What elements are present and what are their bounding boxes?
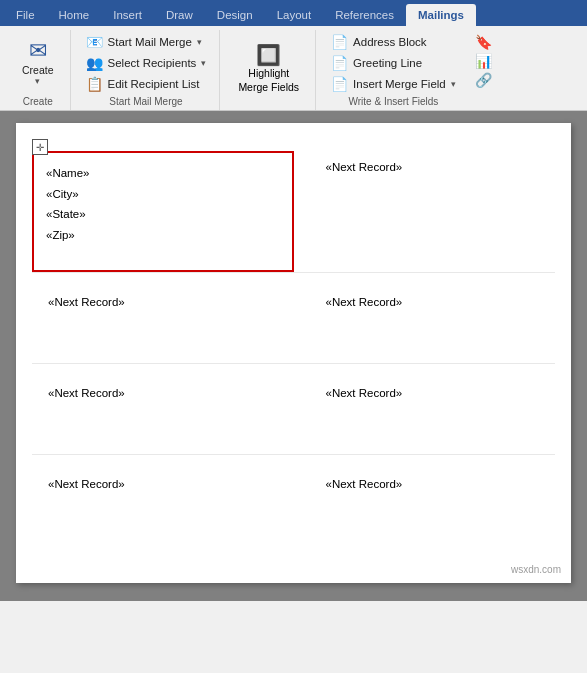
next-record-r2c1: «Next Record» (48, 296, 125, 308)
edit-list-icon: 📋 (86, 76, 103, 92)
address-block-button[interactable]: 📄 Address Block (326, 32, 461, 52)
address-block-icon: 📄 (331, 34, 348, 50)
next-record-r3c2: «Next Record» (326, 387, 403, 399)
cell-r2c2: «Next Record» (294, 273, 556, 363)
extra-icon-2[interactable]: 📊 (475, 53, 492, 69)
tab-layout[interactable]: Layout (265, 4, 324, 26)
highlight-icon: 🔲 (256, 43, 281, 67)
cell-r2c1: «Next Record» (32, 273, 294, 363)
tab-references[interactable]: References (323, 4, 406, 26)
greeting-line-icon: 📄 (331, 55, 348, 71)
select-recipients-label: Select Recipients (108, 57, 197, 69)
start-mail-merge-buttons: 📧 Start Mail Merge ▾ 👥 Select Recipients… (81, 32, 212, 94)
city-field: «City» (46, 184, 280, 205)
group-start-mail-merge: 📧 Start Mail Merge ▾ 👥 Select Recipients… (73, 30, 221, 110)
insert-merge-field-icon: 📄 (331, 76, 348, 92)
zip-field: «Zip» (46, 225, 280, 246)
row-1: «Name» «City» «State» «Zip» «Next Record… (32, 151, 555, 273)
create-group-label: Create (23, 96, 53, 110)
select-recipients-button[interactable]: 👥 Select Recipients ▾ (81, 53, 212, 73)
cell-r4c2: «Next Record» (294, 455, 556, 545)
edit-recipient-list-label: Edit Recipient List (108, 78, 200, 90)
extra-icon-3[interactable]: 🔗 (475, 72, 492, 88)
select-recipients-arrow: ▾ (201, 58, 206, 68)
mail-merge-icon: 📧 (86, 34, 103, 50)
edit-recipient-list-button[interactable]: 📋 Edit Recipient List (81, 74, 212, 94)
row-2: «Next Record» «Next Record» (32, 273, 555, 364)
greeting-line-button[interactable]: 📄 Greeting Line (326, 53, 461, 73)
start-mail-merge-arrow: ▾ (197, 37, 202, 47)
insert-merge-field-label: Insert Merge Field (353, 78, 446, 90)
first-cell: «Name» «City» «State» «Zip» (32, 151, 294, 272)
document-page: ✛ «Name» «City» «State» «Zip» «Next Reco… (16, 123, 571, 583)
write-insert-group-label: Write & Insert Fields (349, 96, 439, 110)
tab-home[interactable]: Home (47, 4, 102, 26)
group-extra: 🔖 📊 🔗 (471, 30, 496, 110)
next-record-r2c2: «Next Record» (326, 296, 403, 308)
highlight-label: HighlightMerge Fields (238, 67, 299, 94)
start-mail-merge-group-label: Start Mail Merge (109, 96, 182, 110)
next-record-r1c2: «Next Record» (326, 161, 403, 173)
cell-r1c2: «Next Record» (294, 151, 556, 272)
next-record-r3c1: «Next Record» (48, 387, 125, 399)
tab-insert[interactable]: Insert (101, 4, 154, 26)
next-record-r4c2: «Next Record» (326, 478, 403, 490)
group-highlight: 🔲 HighlightMerge Fields (222, 30, 316, 110)
highlight-merge-fields-button[interactable]: 🔲 HighlightMerge Fields (230, 39, 307, 98)
tab-bar: File Home Insert Draw Design Layout Refe… (0, 0, 587, 26)
create-icon: ✉ (29, 40, 47, 62)
cell-r4c1: «Next Record» (32, 455, 294, 545)
start-mail-merge-button[interactable]: 📧 Start Mail Merge ▾ (81, 32, 212, 52)
tab-mailings[interactable]: Mailings (406, 4, 476, 26)
tab-design[interactable]: Design (205, 4, 265, 26)
address-block-label: Address Block (353, 36, 427, 48)
create-label: Create (22, 64, 54, 76)
move-handle[interactable]: ✛ (32, 139, 48, 155)
name-field: «Name» (46, 163, 280, 184)
group-create: ✉ Create ▾ Create (6, 30, 71, 110)
tab-file[interactable]: File (4, 4, 47, 26)
document-area: ✛ «Name» «City» «State» «Zip» «Next Reco… (0, 111, 587, 601)
insert-merge-field-button[interactable]: 📄 Insert Merge Field ▾ (326, 74, 461, 94)
write-insert-buttons: 📄 Address Block 📄 Greeting Line 📄 Insert… (326, 32, 461, 94)
create-arrow: ▾ (35, 76, 40, 86)
next-record-r4c1: «Next Record» (48, 478, 125, 490)
greeting-line-label: Greeting Line (353, 57, 422, 69)
recipients-icon: 👥 (86, 55, 103, 71)
ribbon: File Home Insert Draw Design Layout Refe… (0, 0, 587, 26)
toolbar: ✉ Create ▾ Create 📧 Start Mail Merge ▾ 👥… (0, 26, 587, 111)
state-field: «State» (46, 204, 280, 225)
mail-merge-grid: «Name» «City» «State» «Zip» «Next Record… (32, 151, 555, 545)
watermark: wsxdn.com (511, 564, 561, 575)
create-button[interactable]: ✉ Create ▾ (14, 36, 62, 90)
extra-icon-1[interactable]: 🔖 (475, 34, 492, 50)
cell-r3c1: «Next Record» (32, 364, 294, 454)
group-write-insert: 📄 Address Block 📄 Greeting Line 📄 Insert… (318, 30, 469, 110)
cell-r3c2: «Next Record» (294, 364, 556, 454)
row-4: «Next Record» «Next Record» (32, 455, 555, 545)
tab-draw[interactable]: Draw (154, 4, 205, 26)
start-mail-merge-label: Start Mail Merge (108, 36, 192, 48)
insert-merge-field-arrow: ▾ (451, 79, 456, 89)
row-3: «Next Record» «Next Record» (32, 364, 555, 455)
